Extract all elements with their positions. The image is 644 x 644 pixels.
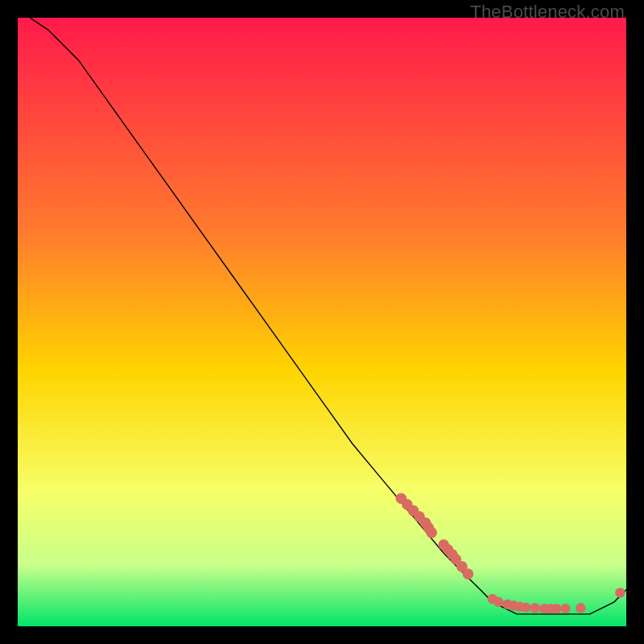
data-point [551, 604, 561, 613]
data-point [530, 603, 539, 613]
data-point [426, 527, 437, 539]
chart-svg [18, 18, 626, 626]
data-point [560, 604, 570, 613]
data-point [521, 602, 530, 612]
data-point [493, 597, 503, 607]
data-point [615, 588, 625, 597]
stage: TheBottleneck.com [0, 0, 644, 644]
data-point [463, 568, 474, 580]
bottleneck-chart [18, 18, 626, 626]
data-point [576, 603, 585, 613]
gradient-background [18, 18, 626, 626]
